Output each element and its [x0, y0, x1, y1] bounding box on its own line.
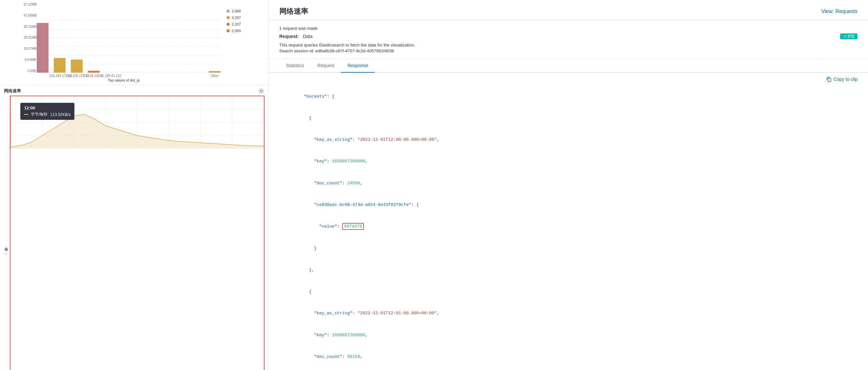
legend-dot-1 [226, 16, 230, 19]
tooltip-value: 字节/每秒 113.52KB/s [24, 112, 70, 117]
right-panel: 网络速率 View: Requests 1 request was made R… [269, 0, 868, 370]
y-tick-1: 47.68MB [24, 14, 36, 18]
json-line-2: "key_as_string": "2022-12-01T12:00:00.00… [288, 129, 858, 150]
copy-icon [826, 77, 832, 82]
json-line-7: } [288, 237, 858, 259]
y-tick-4: 19.07MB [24, 47, 36, 51]
bar-4 [88, 71, 100, 73]
x-label-1: 118.184.171.54 [49, 74, 61, 77]
legend-dot-0 [226, 9, 230, 13]
line-chart-area: 字节/每秒 12:00 字节/每秒 113.52KB/s [4, 96, 265, 370]
json-line-3: "key": 1669867200000, [288, 150, 858, 172]
legend-label-3: 2,094 [232, 29, 241, 33]
y-tick-5: 9.54MB [24, 58, 36, 62]
tab-request[interactable]: Request [311, 59, 341, 73]
y-axis-vert: 字节/每秒 [4, 96, 8, 370]
network-section-title: 网络速率 [4, 88, 21, 94]
bar-other [209, 71, 221, 73]
legend-item-3: 2,094 [226, 29, 260, 33]
legend-item-1: 4,337 [226, 16, 260, 20]
request-type-row: Request: Data ✓ 272 [279, 33, 858, 39]
highlighted-value: 6974378 [342, 223, 364, 230]
legend-label-1: 4,337 [232, 16, 241, 20]
json-line-11: "key": 1669867260000, [288, 325, 858, 346]
top-chart-section: 传输数据 57.22MB 47.68MB 38.15MB 28.61MB 19.… [0, 0, 269, 85]
request-desc: This request queries Elasticsearch to fe… [279, 42, 858, 48]
legend-dot-3 [226, 29, 230, 32]
request-type: Data [303, 34, 313, 39]
x-label-2: 101.226.137.13 [66, 74, 78, 77]
tab-response[interactable]: Response [341, 59, 375, 73]
view-requests-link[interactable]: View: Requests [821, 8, 858, 14]
svg-rect-13 [828, 78, 831, 81]
json-line-1: { [288, 107, 858, 129]
tooltip-label: 字节/每秒 [31, 112, 48, 117]
request-label: Request: [279, 34, 299, 39]
legend-item-2: 2,207 [226, 22, 260, 26]
legend-label-0: 2,068 [232, 9, 241, 13]
x-label-other: Other [209, 74, 221, 77]
copy-btn-label: Copy to clip [834, 77, 858, 82]
y-tick-3: 28.61MB [24, 36, 36, 39]
svg-point-0 [260, 90, 262, 92]
tooltip-color-bar [24, 114, 28, 115]
x-label-4: 91.189.91.122 [100, 74, 112, 77]
request-count: 1 request was made [279, 26, 858, 31]
bar-chart-area: 57.22MB 47.68MB 38.15MB 28.61MB 19.07MB … [24, 3, 224, 83]
json-line-13: "ce830adc-bc08-474d-a054-8e43f02f9cfe": … [288, 368, 858, 370]
json-content: "buckets": [ { "key_as_string": "2022-12… [269, 83, 868, 370]
right-header: 网络速率 View: Requests [269, 0, 868, 21]
network-section: 网络速率 字节/每秒 12:00 字节/每秒 113.52KB/s [0, 85, 269, 370]
legend-item-0: 2,068 [226, 9, 260, 13]
legend-dot-2 [226, 23, 230, 26]
bar-3 [71, 60, 83, 73]
json-line-12: "doc_count": 58159, [288, 346, 858, 368]
bar-1 [37, 23, 49, 73]
json-line-6: "value": 6974378 [288, 216, 858, 237]
gear-icon[interactable] [258, 88, 265, 94]
chart-tooltip: 12:00 字节/每秒 113.52KB/s [20, 103, 74, 120]
chart-title: Top values of dst_ip [24, 77, 224, 83]
json-line-5: "ce830adc-bc08-474d-a054-8e43f02f9cfe": … [288, 194, 858, 216]
y-tick-6: 0.00B [24, 69, 36, 73]
left-panel: 传输数据 57.22MB 47.68MB 38.15MB 28.61MB 19.… [0, 0, 269, 370]
right-title: 网络速率 [279, 6, 308, 16]
copy-to-clipboard-button[interactable]: Copy to clip [826, 77, 858, 82]
tabs-row: Statistics Request Response [269, 59, 868, 73]
json-line-9: { [288, 281, 858, 303]
y-tick-2: 38.15MB [24, 25, 36, 29]
x-label-3: 210.28.130.3 [83, 74, 95, 77]
json-line-0: "buckets": [ [288, 86, 858, 107]
bar-2 [54, 58, 66, 73]
tab-statistics[interactable]: Statistics [279, 59, 311, 73]
json-line-10: "key_as_string": "2022-12-01T12:01:00.00… [288, 303, 858, 324]
request-session: Search session id: ed6a6b38-c87f-4707-9c… [279, 48, 858, 54]
tooltip-time: 12:00 [24, 105, 70, 110]
request-info: 1 request was made Request: Data ✓ 272 T… [269, 21, 868, 59]
json-line-8: }, [288, 259, 858, 281]
legend-area: 2,068 4,337 2,207 2,094 [224, 3, 263, 83]
json-line-4: "doc_count": 24598, [288, 173, 858, 194]
y-tick-0: 57.22MB [24, 3, 36, 6]
legend-label-2: 2,207 [232, 22, 241, 26]
copy-btn-area: Copy to clip [269, 73, 868, 83]
request-badge: ✓ 272 [840, 33, 858, 39]
line-chart-canvas: 12:00 字节/每秒 113.52KB/s [10, 96, 265, 370]
tooltip-value-text: 113.52KB/s [50, 112, 70, 117]
